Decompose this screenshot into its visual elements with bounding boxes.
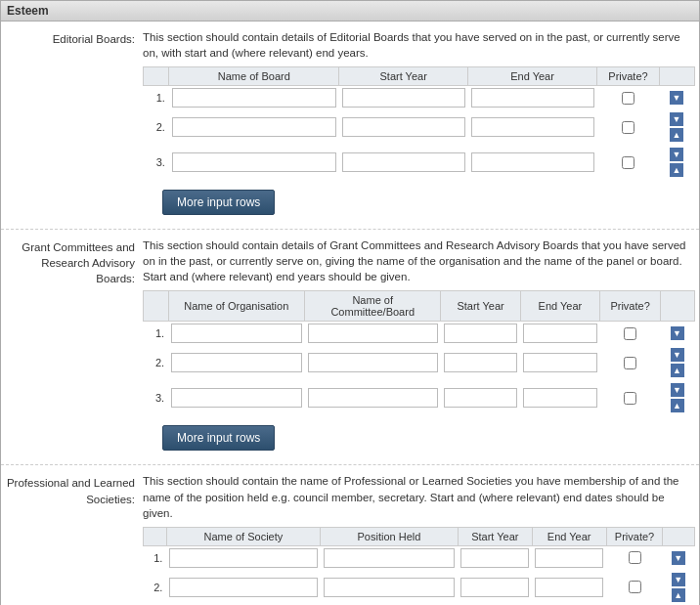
grant-start-input-2[interactable] [444, 353, 517, 372]
grant-private-check-3[interactable] [624, 392, 636, 405]
grant-private-2 [600, 345, 661, 380]
grant-org-input-3[interactable] [171, 388, 301, 408]
grant-header-org: Name of Organisation [168, 291, 304, 322]
societies-header-name: Name of Society [166, 527, 320, 545]
grant-up-btn-3[interactable]: ▲ [671, 399, 684, 412]
grant-start-input-1[interactable] [444, 324, 517, 343]
societies-end-input-2[interactable] [535, 578, 603, 597]
grant-committee-input-3[interactable] [308, 388, 438, 408]
grant-end-input-2[interactable] [523, 353, 596, 372]
societies-header-private: Private? [606, 527, 663, 545]
editorial-start-year-2 [339, 109, 468, 145]
editorial-desc: This section should contain details of E… [143, 29, 695, 61]
societies-start-input-2[interactable] [460, 578, 529, 597]
editorial-start-year-1 [339, 86, 468, 110]
grant-private-3 [600, 380, 661, 415]
grant-private-1 [600, 322, 661, 346]
societies-end-input-1[interactable] [535, 548, 603, 568]
table-row: 2. ▼ ▲ [144, 109, 695, 145]
grant-end-1 [520, 322, 599, 346]
grant-down-btn-3[interactable]: ▼ [671, 383, 684, 397]
societies-section: Professional and Learned Societies: This… [1, 465, 699, 605]
grant-arrows-3: ▼ ▲ [661, 380, 695, 415]
grant-org-2 [168, 345, 304, 380]
editorial-start-year-input-1[interactable] [342, 88, 465, 108]
editorial-board-name-3 [169, 145, 339, 180]
grant-committee-1 [305, 322, 441, 346]
editorial-end-year-input-1[interactable] [471, 88, 594, 108]
editorial-end-year-input-2[interactable] [471, 117, 594, 137]
grant-end-input-1[interactable] [523, 324, 596, 343]
grant-org-input-2[interactable] [171, 353, 301, 372]
grant-desc: This section should contain details of G… [143, 238, 695, 284]
editorial-up-btn-3[interactable]: ▲ [670, 163, 683, 177]
editorial-board-name-input-3[interactable] [172, 152, 336, 172]
grant-private-check-2[interactable] [624, 357, 636, 369]
table-row: 1. ▼ [144, 86, 695, 110]
row-num-1: 1. [144, 86, 169, 110]
societies-down-btn-2[interactable]: ▼ [672, 573, 685, 586]
editorial-private-2 [597, 109, 660, 145]
grant-committee-input-2[interactable] [308, 353, 438, 372]
societies-private-check-1[interactable] [629, 551, 641, 564]
grant-row-num-1: 1. [144, 322, 169, 346]
societies-private-check-2[interactable] [629, 581, 641, 593]
editorial-arrows-2: ▼ ▲ [659, 109, 694, 145]
societies-position-input-1[interactable] [324, 548, 456, 568]
editorial-header-private: Private? [597, 67, 660, 86]
societies-end-2 [532, 570, 606, 605]
table-row: 2. ▼ ▲ [144, 570, 695, 605]
grant-org-input-1[interactable] [171, 324, 301, 343]
editorial-board-name-input-1[interactable] [172, 88, 336, 108]
societies-position-input-2[interactable] [324, 578, 456, 597]
grant-start-input-3[interactable] [444, 388, 517, 408]
editorial-start-year-input-3[interactable] [342, 152, 465, 172]
grant-header-private: Private? [600, 291, 661, 322]
societies-name-input-1[interactable] [169, 548, 317, 568]
grant-down-btn-2[interactable]: ▼ [671, 348, 684, 362]
editorial-end-year-3 [468, 145, 597, 180]
editorial-board-name-1 [169, 86, 339, 110]
editorial-header-arrows [659, 67, 694, 86]
grant-row-num-2: 2. [144, 345, 169, 380]
editorial-private-1 [597, 86, 660, 110]
window-title: Esteem [7, 4, 49, 18]
editorial-down-btn-3[interactable]: ▼ [670, 148, 683, 161]
grant-start-3 [441, 380, 520, 415]
societies-start-input-1[interactable] [460, 548, 529, 568]
grant-arrows-1: ▼ [661, 322, 695, 346]
table-row: 3. ▼ ▲ [144, 380, 695, 415]
societies-header-num [144, 527, 167, 545]
table-row: 1. ▼ [144, 322, 695, 346]
societies-up-btn-2[interactable]: ▲ [672, 588, 685, 602]
editorial-private-check-1[interactable] [622, 92, 634, 105]
editorial-private-check-3[interactable] [622, 156, 634, 169]
grant-committee-input-1[interactable] [308, 324, 438, 343]
grant-more-rows-button[interactable]: More input rows [162, 425, 275, 451]
editorial-up-btn-2[interactable]: ▲ [670, 128, 683, 142]
grant-end-input-3[interactable] [523, 388, 596, 408]
editorial-inner: Editorial Boards: This section should co… [1, 22, 699, 229]
societies-arrows-1: ▼ [663, 545, 695, 570]
row-num-3: 3. [144, 145, 169, 180]
editorial-end-year-input-3[interactable] [471, 152, 594, 172]
grant-private-check-1[interactable] [624, 327, 636, 340]
societies-label: Professional and Learned Societies: [1, 465, 143, 605]
editorial-start-year-input-2[interactable] [342, 117, 465, 137]
editorial-down-btn-2[interactable]: ▼ [670, 112, 683, 126]
societies-arrows-2: ▼ ▲ [663, 570, 695, 605]
societies-private-2 [606, 570, 663, 605]
editorial-private-check-2[interactable] [622, 121, 634, 134]
societies-name-input-2[interactable] [169, 578, 317, 597]
editorial-header-num [144, 67, 169, 86]
societies-down-btn-1[interactable]: ▼ [672, 551, 685, 565]
grant-up-btn-2[interactable]: ▲ [671, 364, 684, 377]
grant-down-btn-1[interactable]: ▼ [671, 326, 684, 340]
editorial-more-rows-button[interactable]: More input rows [162, 190, 275, 215]
societies-header-arrows [663, 527, 695, 545]
content-area: Editorial Boards: This section should co… [1, 22, 699, 605]
editorial-down-btn-1[interactable]: ▼ [670, 91, 683, 105]
grant-committees-section: Grant Committees and Research Advisory B… [1, 230, 699, 465]
grant-header-committee: Name of Committee/Board [305, 291, 441, 322]
editorial-board-name-input-2[interactable] [172, 117, 336, 137]
